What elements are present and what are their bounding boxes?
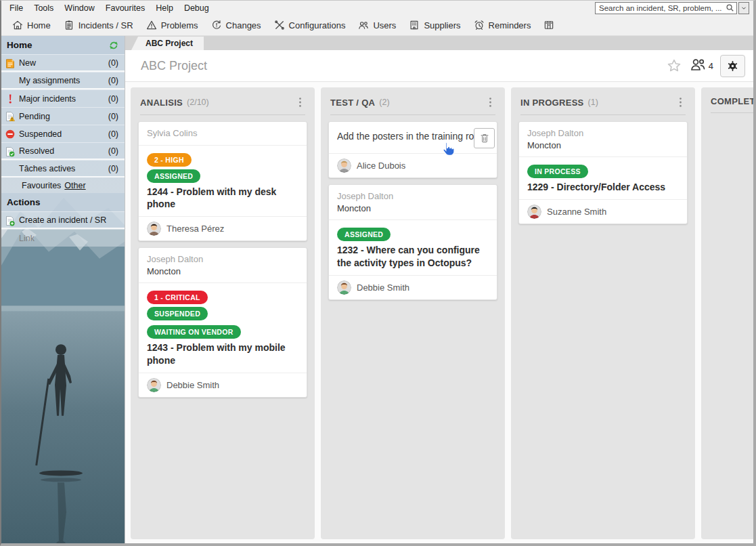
members-count: 4 — [709, 61, 713, 71]
sidebar-item-label: Major incidents — [19, 94, 76, 104]
item-count: (0) — [108, 94, 118, 104]
toolbar-configurations[interactable]: Configurations — [267, 16, 352, 34]
column-analisis: ANALISIS(2/10)Sylvia Colins2 - HIGHASSIG… — [131, 87, 315, 539]
search-icon[interactable] — [725, 3, 735, 13]
menu-window[interactable]: Window — [59, 2, 99, 14]
search-scope-dropdown[interactable] — [738, 2, 749, 14]
sidebar-item-label: New — [19, 58, 36, 68]
sidebar-item-label: Tâches actives — [19, 164, 75, 173]
priority-badge: 1 - CRITICAL — [147, 291, 208, 304]
main-toolbar: HomeIncidents / SRProblemsChangesConfigu… — [1, 15, 753, 36]
card-body-section: ASSIGNED1232 - Where can you configure t… — [329, 220, 497, 276]
item-count: (0) — [108, 76, 118, 85]
card-title[interactable]: Add the posters in the training room — [337, 128, 474, 143]
item-count: (0) — [108, 58, 118, 68]
delete-card-button[interactable] — [474, 128, 495, 148]
sidebar-item-new[interactable]: New(0) — [1, 54, 125, 72]
column-menu-kebab-icon[interactable] — [294, 96, 305, 108]
home-icon — [12, 19, 24, 31]
sidebar-header-actions: Actions — [1, 193, 125, 211]
users-icon — [357, 19, 370, 31]
menu-debug[interactable]: Debug — [179, 2, 215, 14]
kanban-card[interactable]: Sylvia Colins2 - HIGHASSIGNED1244 - Prob… — [138, 121, 307, 241]
card-requester-section: Joseph DaltonMoncton — [139, 248, 307, 283]
menu-file[interactable]: File — [4, 2, 28, 14]
column-header: TEST / QA(2) — [321, 87, 505, 114]
menu-help[interactable]: Help — [150, 2, 179, 14]
toolbar-incidents-sr[interactable]: Incidents / SR — [57, 16, 139, 34]
toolbar-suppliers[interactable]: Suppliers — [402, 16, 466, 34]
column-menu-kebab-icon[interactable] — [675, 96, 686, 108]
board-members[interactable]: 4 — [689, 57, 713, 75]
item-count: (0) — [108, 164, 118, 173]
view-header: ABC Project 4 — [125, 50, 753, 82]
sidebar-item-create-an-incident-sr[interactable]: Create an incident / SR — [1, 211, 125, 229]
sidebar-item-label: Link — [19, 234, 35, 243]
sidebar-item-label: Create an incident / SR — [19, 215, 106, 225]
board-settings-button[interactable] — [720, 55, 745, 77]
sidebar-item-resolved[interactable]: Resolved(0) — [1, 142, 125, 160]
toolbar-label: Users — [373, 20, 396, 30]
kanban-card[interactable]: Joseph DaltonMoncton1 - CRITICALSUSPENDE… — [138, 247, 307, 398]
status-badge: IN PROCESS — [527, 165, 588, 178]
configurations-icon — [273, 19, 286, 31]
column-menu-kebab-icon[interactable] — [485, 96, 495, 108]
status-badge: SUSPENDED — [147, 307, 208, 320]
kanban-card[interactable]: Joseph DaltonMonctonIN PROCESS1229 - Dir… — [518, 121, 688, 224]
sidebar-item-my-assignments[interactable]: My assignments(0) — [1, 72, 125, 89]
refresh-icon[interactable] — [108, 40, 119, 51]
kanban-card[interactable]: Joseph DaltonMonctonASSIGNED1232 - Where… — [328, 184, 497, 300]
toolbar-problems[interactable]: Problems — [139, 16, 204, 34]
sidebar-item-tâches-actives[interactable]: Tâches actives(0) — [1, 160, 125, 177]
toolbar-changes[interactable]: Changes — [204, 16, 267, 34]
tab-strip: ABC Project — [125, 36, 753, 50]
sidebar-header-label: Actions — [7, 197, 41, 207]
toolbar-users[interactable]: Users — [351, 16, 402, 34]
kanban-card[interactable]: Add the posters in the training room Ali… — [328, 121, 497, 178]
menu-tools[interactable]: Tools — [28, 2, 59, 14]
requester-name: Joseph Dalton — [147, 253, 298, 266]
card-list — [701, 113, 753, 125]
main-area: ABC Project ABC Project 4 ANALISIS(2/10)… — [125, 36, 753, 543]
card-list: Add the posters in the training room Ali… — [321, 115, 505, 306]
tab-abc-project[interactable]: ABC Project — [131, 37, 204, 50]
toolbar-board-icon[interactable] — [537, 16, 561, 34]
assignee-name: Alice Dubois — [357, 161, 405, 171]
search-input[interactable] — [595, 2, 737, 14]
favourites-other-link[interactable]: Other — [64, 181, 85, 190]
item-count: (0) — [108, 129, 118, 139]
toolbar-label: Suppliers — [424, 20, 460, 30]
sidebar-header-home: Home — [1, 36, 125, 54]
requester-location: Moncton — [527, 140, 679, 152]
column-test-qa: TEST / QA(2)Add the posters in the train… — [321, 87, 505, 539]
suspended-icon — [5, 129, 16, 140]
item-count: (0) — [108, 112, 118, 121]
toolbar-label: Reminders — [489, 20, 531, 30]
sidebar-favourites-row: FavouritesOther — [1, 177, 125, 193]
resolved-icon — [5, 146, 16, 157]
assignee-avatar — [147, 378, 161, 392]
problems-icon — [146, 19, 158, 31]
sidebar-header-label: Home — [7, 40, 32, 50]
menu-items: FileToolsWindowFavouritesHelpDebug — [4, 2, 215, 14]
requester-name: Joseph Dalton — [527, 127, 679, 140]
status-badge: ASSIGNED — [147, 169, 200, 183]
suppliers-icon — [408, 19, 420, 31]
sidebar-item-major-incidents[interactable]: Major incidents(0) — [1, 89, 125, 107]
favourite-star-icon[interactable] — [666, 58, 682, 74]
toolbar-label: Configurations — [289, 20, 346, 30]
card-body-section: 2 - HIGHASSIGNED1244 - Problem with my d… — [139, 146, 307, 217]
card-title: 1244 - Problem with my desk phone — [147, 186, 298, 211]
card-list: Sylvia Colins2 - HIGHASSIGNED1244 - Prob… — [131, 115, 315, 404]
column-name: TEST / QA — [330, 98, 375, 108]
sidebar-item-label: Suspended — [19, 129, 62, 139]
column-count: (2) — [379, 98, 389, 107]
sidebar-item-suspended[interactable]: Suspended(0) — [1, 125, 125, 142]
trash-icon — [479, 132, 491, 144]
menu-favourites[interactable]: Favourites — [100, 2, 150, 14]
toolbar-reminders[interactable]: Reminders — [467, 16, 537, 34]
assignee-avatar — [337, 159, 351, 173]
toolbar-home[interactable]: Home — [5, 16, 57, 34]
sidebar-item-pending[interactable]: Pending(0) — [1, 107, 125, 125]
kanban-board: ANALISIS(2/10)Sylvia Colins2 - HIGHASSIG… — [125, 82, 753, 543]
